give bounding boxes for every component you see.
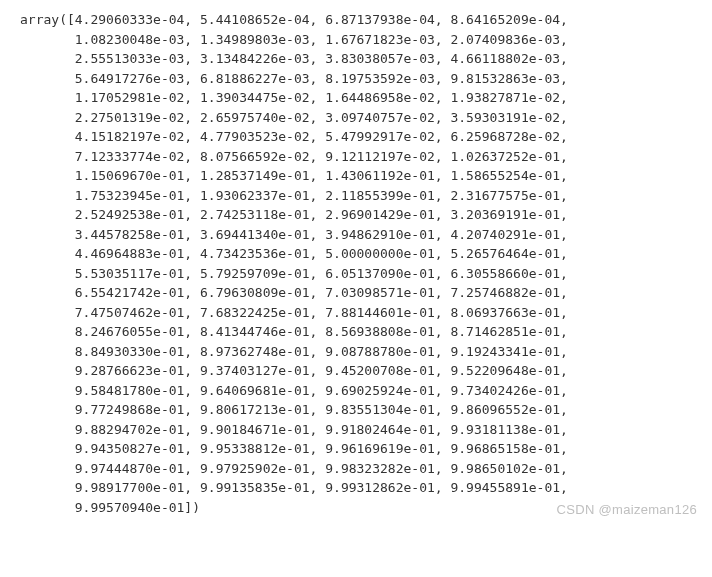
watermark-text: CSDN @maizeman126 — [557, 500, 697, 520]
numpy-array-output: array([4.29060333e-04, 5.44108652e-04, 6… — [20, 10, 702, 517]
array-content: array([4.29060333e-04, 5.44108652e-04, 6… — [20, 12, 568, 515]
